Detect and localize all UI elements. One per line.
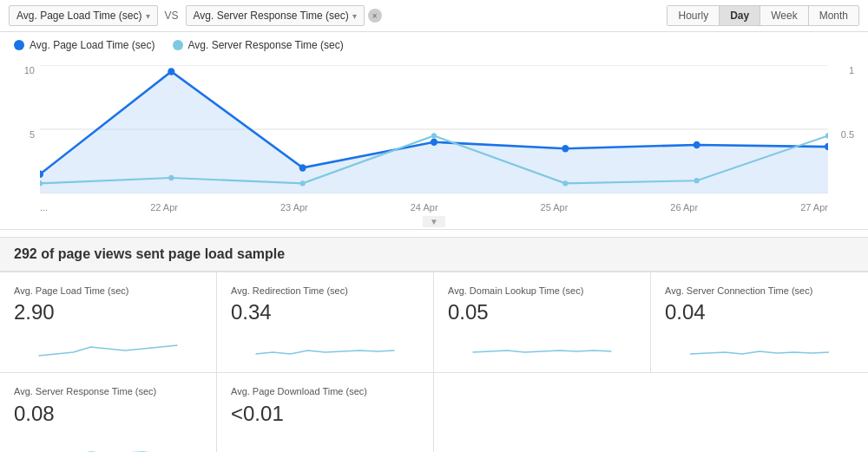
metric2-dropdown-icon: ▾ xyxy=(352,11,357,21)
metric-card-0: Avg. Page Load Time (sec) 2.90 xyxy=(0,272,217,373)
chart-area: 10 5 1 0.5 xyxy=(0,58,868,214)
hourly-button[interactable]: Hourly xyxy=(667,6,720,25)
dot-page-load-3 xyxy=(431,139,437,146)
dot-server-6 xyxy=(825,133,828,138)
day-button[interactable]: Day xyxy=(720,6,760,25)
metric-card-2: Avg. Domain Lookup Time (sec) 0.05 xyxy=(434,272,651,373)
dot-server-3 xyxy=(431,133,437,138)
dot-page-load-1 xyxy=(168,68,174,75)
metric1-dropdown-icon: ▾ xyxy=(146,11,150,21)
metric-value-5: <0.01 xyxy=(231,402,419,426)
sparkline-2 xyxy=(448,330,636,361)
y-left-max: 10 xyxy=(14,65,35,75)
metric-card-4: Avg. Server Response Time (sec) 0.08 xyxy=(0,373,217,452)
metric1-select[interactable]: Avg. Page Load Time (sec) ▾ xyxy=(9,5,158,26)
metric-title-5: Avg. Page Download Time (sec) xyxy=(231,385,419,397)
y-right-max: 1 xyxy=(830,65,854,75)
metric-card-1: Avg. Redirection Time (sec) 0.34 xyxy=(217,272,434,373)
dot-page-load-5 xyxy=(694,141,700,148)
dot-server-2 xyxy=(300,180,306,186)
metric2-label: Avg. Server Response Time (sec) xyxy=(194,10,349,22)
y-left-mid: 5 xyxy=(14,129,35,140)
legend-dot-server-response xyxy=(173,40,183,50)
sparkline-3 xyxy=(665,330,854,361)
x-label-0: ... xyxy=(40,202,48,213)
x-label-3: 24 Apr xyxy=(411,202,438,213)
x-axis-labels: ... 22 Apr 23 Apr 24 Apr 25 Apr 26 Apr 2… xyxy=(40,202,828,213)
summary-bar: 292 of page views sent page load sample xyxy=(0,237,868,272)
metric-title-2: Avg. Domain Lookup Time (sec) xyxy=(448,285,636,297)
week-button[interactable]: Week xyxy=(760,6,808,25)
x-label-2: 23 Apr xyxy=(280,202,308,213)
summary-text: 292 of page views sent page load sample xyxy=(14,246,285,261)
dot-page-load-4 xyxy=(562,145,569,152)
metric-title-3: Avg. Server Connection Time (sec) xyxy=(665,285,854,297)
month-button[interactable]: Month xyxy=(809,6,858,25)
x-label-5: 26 Apr xyxy=(670,202,698,213)
metric2-select[interactable]: Avg. Server Response Time (sec) ▾ xyxy=(186,5,365,26)
metric-title-1: Avg. Redirection Time (sec) xyxy=(231,285,419,297)
metric-value-1: 0.34 xyxy=(231,300,419,324)
metrics-grid: Avg. Page Load Time (sec) 2.90 Avg. Redi… xyxy=(0,272,868,452)
legend-item-page-load: Avg. Page Load Time (sec) xyxy=(14,39,155,51)
time-period-buttons: Hourly Day Week Month xyxy=(667,5,859,26)
chart-legend: Avg. Page Load Time (sec) Avg. Server Re… xyxy=(0,32,868,58)
metric-value-2: 0.05 xyxy=(448,300,636,324)
legend-label-page-load: Avg. Page Load Time (sec) xyxy=(30,39,155,51)
chart-svg xyxy=(40,65,828,193)
sparkline-1 xyxy=(231,330,419,361)
metric-title-0: Avg. Page Load Time (sec) xyxy=(14,285,202,297)
chart-expand-handle[interactable]: ▼ xyxy=(0,214,868,230)
metric-card-3: Avg. Server Connection Time (sec) 0.04 xyxy=(651,272,868,373)
metric-card-empty-1 xyxy=(434,373,651,452)
header-bar: Avg. Page Load Time (sec) ▾ VS Avg. Serv… xyxy=(0,0,868,32)
y-right-mid: 0.5 xyxy=(830,129,854,140)
metric-card-5: Avg. Page Download Time (sec) <0.01 xyxy=(217,373,434,452)
sparkline-0 xyxy=(14,330,202,361)
legend-label-server-response: Avg. Server Response Time (sec) xyxy=(188,39,344,51)
metric1-label: Avg. Page Load Time (sec) xyxy=(16,10,142,22)
legend-dot-page-load xyxy=(14,40,24,50)
metric-value-0: 2.90 xyxy=(14,300,202,324)
x-label-1: 22 Apr xyxy=(150,202,178,213)
sparkline-5 xyxy=(231,431,419,452)
metric-card-empty-2 xyxy=(651,373,868,452)
close-button[interactable]: × xyxy=(368,9,382,23)
metric-title-4: Avg. Server Response Time (sec) xyxy=(14,385,202,397)
metric-value-3: 0.04 xyxy=(665,300,854,324)
legend-item-server-response: Avg. Server Response Time (sec) xyxy=(173,39,344,51)
dot-page-load-2 xyxy=(299,164,306,171)
metric-value-4: 0.08 xyxy=(14,402,202,426)
vs-label: VS xyxy=(165,10,179,22)
x-label-6: 27 Apr xyxy=(800,202,828,213)
sparkline-4 xyxy=(14,431,202,452)
x-label-4: 25 Apr xyxy=(541,202,569,213)
dot-server-1 xyxy=(168,175,174,180)
dot-server-4 xyxy=(562,180,568,186)
dot-server-5 xyxy=(694,178,700,183)
